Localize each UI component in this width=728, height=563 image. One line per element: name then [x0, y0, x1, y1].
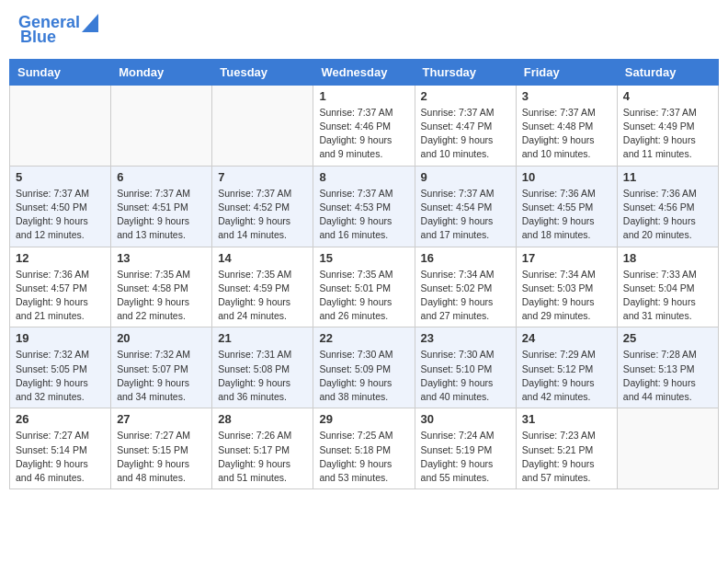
- weekday-header-row: SundayMondayTuesdayWednesdayThursdayFrid…: [10, 59, 719, 85]
- day-info: Sunrise: 7:37 AMSunset: 4:49 PMDaylight:…: [623, 106, 712, 162]
- calendar-cell: 17Sunrise: 7:34 AMSunset: 5:03 PMDayligh…: [516, 247, 617, 327]
- calendar-cell: 6Sunrise: 7:37 AMSunset: 4:51 PMDaylight…: [111, 166, 212, 247]
- day-number: 28: [218, 412, 307, 426]
- calendar-week-row: 1Sunrise: 7:37 AMSunset: 4:46 PMDaylight…: [10, 85, 719, 166]
- day-number: 5: [16, 170, 105, 184]
- day-info: Sunrise: 7:36 AMSunset: 4:55 PMDaylight:…: [522, 187, 611, 243]
- calendar-cell: 24Sunrise: 7:29 AMSunset: 5:12 PMDayligh…: [516, 327, 617, 408]
- page-header: General Blue: [9, 9, 719, 52]
- day-number: 7: [218, 170, 307, 184]
- day-info: Sunrise: 7:24 AMSunset: 5:19 PMDaylight:…: [421, 429, 510, 485]
- calendar-cell: 1Sunrise: 7:37 AMSunset: 4:46 PMDaylight…: [313, 85, 415, 166]
- logo-blue-text: Blue: [20, 29, 56, 47]
- calendar-cell: 29Sunrise: 7:25 AMSunset: 5:18 PMDayligh…: [313, 408, 415, 489]
- weekday-header-monday: Monday: [111, 59, 212, 85]
- day-info: Sunrise: 7:37 AMSunset: 4:47 PMDaylight:…: [421, 106, 510, 162]
- day-info: Sunrise: 7:36 AMSunset: 4:57 PMDaylight:…: [16, 268, 105, 324]
- day-number: 11: [623, 170, 712, 184]
- day-info: Sunrise: 7:37 AMSunset: 4:52 PMDaylight:…: [218, 187, 307, 243]
- day-number: 25: [623, 331, 712, 345]
- day-number: 15: [319, 251, 408, 265]
- calendar-table: SundayMondayTuesdayWednesdayThursdayFrid…: [9, 59, 719, 489]
- day-info: Sunrise: 7:29 AMSunset: 5:12 PMDaylight:…: [522, 348, 611, 404]
- calendar-cell: 20Sunrise: 7:32 AMSunset: 5:07 PMDayligh…: [111, 327, 212, 408]
- day-number: 29: [319, 412, 408, 426]
- day-number: 31: [522, 412, 611, 426]
- calendar-week-row: 26Sunrise: 7:27 AMSunset: 5:14 PMDayligh…: [10, 408, 719, 489]
- calendar-cell: 11Sunrise: 7:36 AMSunset: 4:56 PMDayligh…: [617, 166, 718, 247]
- weekday-header-friday: Friday: [516, 59, 617, 85]
- day-info: Sunrise: 7:34 AMSunset: 5:03 PMDaylight:…: [522, 268, 611, 324]
- day-info: Sunrise: 7:37 AMSunset: 4:53 PMDaylight:…: [319, 187, 408, 243]
- calendar-cell: 19Sunrise: 7:32 AMSunset: 5:05 PMDayligh…: [10, 327, 111, 408]
- day-number: 13: [117, 251, 206, 265]
- calendar-cell: [10, 85, 111, 166]
- day-info: Sunrise: 7:25 AMSunset: 5:18 PMDaylight:…: [319, 429, 408, 485]
- day-info: Sunrise: 7:27 AMSunset: 5:15 PMDaylight:…: [117, 429, 206, 485]
- calendar-week-row: 12Sunrise: 7:36 AMSunset: 4:57 PMDayligh…: [10, 247, 719, 327]
- day-number: 22: [319, 331, 408, 345]
- calendar-cell: 9Sunrise: 7:37 AMSunset: 4:54 PMDaylight…: [415, 166, 516, 247]
- svg-marker-0: [82, 14, 98, 32]
- day-info: Sunrise: 7:30 AMSunset: 5:10 PMDaylight:…: [421, 348, 510, 404]
- calendar-cell: 23Sunrise: 7:30 AMSunset: 5:10 PMDayligh…: [415, 327, 516, 408]
- calendar-cell: 3Sunrise: 7:37 AMSunset: 4:48 PMDaylight…: [516, 85, 617, 166]
- day-info: Sunrise: 7:32 AMSunset: 5:05 PMDaylight:…: [16, 348, 105, 404]
- day-info: Sunrise: 7:26 AMSunset: 5:17 PMDaylight:…: [218, 429, 307, 485]
- day-number: 19: [16, 331, 105, 345]
- day-info: Sunrise: 7:37 AMSunset: 4:54 PMDaylight:…: [421, 187, 510, 243]
- calendar-cell: 15Sunrise: 7:35 AMSunset: 5:01 PMDayligh…: [313, 247, 415, 327]
- weekday-header-tuesday: Tuesday: [212, 59, 313, 85]
- day-info: Sunrise: 7:32 AMSunset: 5:07 PMDaylight:…: [117, 348, 206, 404]
- day-number: 9: [421, 170, 510, 184]
- logo: General Blue: [18, 14, 98, 47]
- day-info: Sunrise: 7:27 AMSunset: 5:14 PMDaylight:…: [16, 429, 105, 485]
- day-info: Sunrise: 7:35 AMSunset: 5:01 PMDaylight:…: [319, 268, 408, 324]
- calendar-cell: 21Sunrise: 7:31 AMSunset: 5:08 PMDayligh…: [212, 327, 313, 408]
- day-number: 18: [623, 251, 712, 265]
- day-info: Sunrise: 7:37 AMSunset: 4:46 PMDaylight:…: [319, 106, 408, 162]
- calendar-cell: 26Sunrise: 7:27 AMSunset: 5:14 PMDayligh…: [10, 408, 111, 489]
- calendar-cell: 5Sunrise: 7:37 AMSunset: 4:50 PMDaylight…: [10, 166, 111, 247]
- calendar-week-row: 19Sunrise: 7:32 AMSunset: 5:05 PMDayligh…: [10, 327, 719, 408]
- day-info: Sunrise: 7:36 AMSunset: 4:56 PMDaylight:…: [623, 187, 712, 243]
- calendar-cell: 22Sunrise: 7:30 AMSunset: 5:09 PMDayligh…: [313, 327, 415, 408]
- calendar-cell: 27Sunrise: 7:27 AMSunset: 5:15 PMDayligh…: [111, 408, 212, 489]
- calendar-week-row: 5Sunrise: 7:37 AMSunset: 4:50 PMDaylight…: [10, 166, 719, 247]
- day-info: Sunrise: 7:37 AMSunset: 4:50 PMDaylight:…: [16, 187, 105, 243]
- day-number: 21: [218, 331, 307, 345]
- day-number: 6: [117, 170, 206, 184]
- day-number: 17: [522, 251, 611, 265]
- calendar-cell: 2Sunrise: 7:37 AMSunset: 4:47 PMDaylight…: [415, 85, 516, 166]
- calendar-cell: [111, 85, 212, 166]
- weekday-header-saturday: Saturday: [617, 59, 718, 85]
- calendar-cell: [617, 408, 718, 489]
- weekday-header-wednesday: Wednesday: [313, 59, 415, 85]
- calendar-cell: 13Sunrise: 7:35 AMSunset: 4:58 PMDayligh…: [111, 247, 212, 327]
- day-info: Sunrise: 7:30 AMSunset: 5:09 PMDaylight:…: [319, 348, 408, 404]
- day-info: Sunrise: 7:37 AMSunset: 4:48 PMDaylight:…: [522, 106, 611, 162]
- day-number: 10: [522, 170, 611, 184]
- calendar-cell: 14Sunrise: 7:35 AMSunset: 4:59 PMDayligh…: [212, 247, 313, 327]
- day-info: Sunrise: 7:33 AMSunset: 5:04 PMDaylight:…: [623, 268, 712, 324]
- calendar-cell: 10Sunrise: 7:36 AMSunset: 4:55 PMDayligh…: [516, 166, 617, 247]
- day-number: 3: [522, 89, 611, 103]
- weekday-header-thursday: Thursday: [415, 59, 516, 85]
- day-info: Sunrise: 7:37 AMSunset: 4:51 PMDaylight:…: [117, 187, 206, 243]
- day-number: 2: [421, 89, 510, 103]
- day-number: 24: [522, 331, 611, 345]
- day-number: 27: [117, 412, 206, 426]
- calendar-cell: 31Sunrise: 7:23 AMSunset: 5:21 PMDayligh…: [516, 408, 617, 489]
- day-number: 1: [319, 89, 408, 103]
- day-number: 26: [16, 412, 105, 426]
- day-number: 30: [421, 412, 510, 426]
- calendar-cell: 4Sunrise: 7:37 AMSunset: 4:49 PMDaylight…: [617, 85, 718, 166]
- calendar-cell: 12Sunrise: 7:36 AMSunset: 4:57 PMDayligh…: [10, 247, 111, 327]
- day-number: 23: [421, 331, 510, 345]
- day-number: 20: [117, 331, 206, 345]
- calendar-cell: 16Sunrise: 7:34 AMSunset: 5:02 PMDayligh…: [415, 247, 516, 327]
- day-number: 12: [16, 251, 105, 265]
- day-number: 16: [421, 251, 510, 265]
- day-info: Sunrise: 7:35 AMSunset: 4:59 PMDaylight:…: [218, 268, 307, 324]
- calendar-cell: 7Sunrise: 7:37 AMSunset: 4:52 PMDaylight…: [212, 166, 313, 247]
